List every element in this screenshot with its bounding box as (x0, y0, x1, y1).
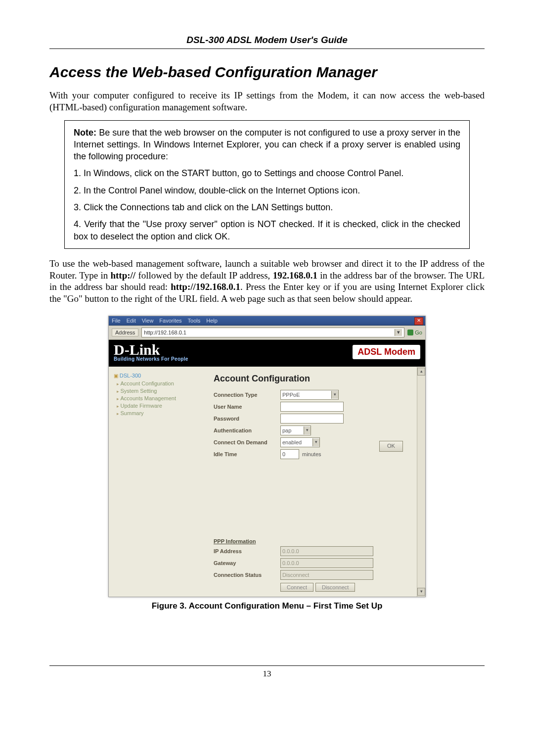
intro-paragraph: With your computer configured to receive… (49, 90, 485, 113)
figure-caption: Figure 3. Account Configuration Menu – F… (49, 601, 485, 611)
modem-badge: ADSL Modem (353, 345, 420, 359)
go-arrow-icon (407, 330, 413, 335)
note-box: Note: Be sure that the web browser on th… (64, 120, 470, 249)
address-label: Address (112, 329, 138, 336)
scrollbar[interactable]: ▴ ▾ (417, 367, 425, 597)
menu-help[interactable]: Help (206, 318, 218, 324)
label-conn-type: Connection Type (214, 392, 280, 398)
readonly-gw: 0.0.0.0 (280, 558, 373, 568)
menu-favorites[interactable]: Favorites (159, 318, 181, 324)
menu-edit[interactable]: Edit (127, 318, 136, 324)
address-input[interactable]: http://192.168.0.1 ▾ (141, 328, 404, 337)
menu-file[interactable]: File (112, 318, 121, 324)
ppp-heading: PPP Information (214, 538, 411, 544)
doc-header: DSL-300 ADSL Modem User's Guide (49, 35, 485, 46)
input-pass[interactable] (280, 414, 344, 424)
readonly-cs: Disconnect (280, 570, 373, 580)
dlink-tagline: Building Networks For People (114, 356, 188, 362)
top-rule (49, 48, 485, 49)
note-step-1: 1. In Windows, click on the START button… (74, 167, 460, 179)
dlink-header: D-Link Building Networks For People ADSL… (109, 340, 425, 367)
menu-tools[interactable]: Tools (188, 318, 201, 324)
nav-item-summary[interactable]: Summary (117, 410, 208, 416)
label-cod: Connect On Demand (214, 439, 280, 445)
disconnect-button[interactable]: Disconnect (315, 583, 355, 592)
account-heading: Account Configuration (214, 374, 411, 384)
nav-item-accounts[interactable]: Accounts Management (117, 395, 208, 401)
ok-button[interactable]: OK (379, 441, 403, 452)
input-idle[interactable]: 0 (280, 449, 299, 459)
page-number: 13 (49, 669, 485, 679)
window-close-icon[interactable]: ✕ (414, 317, 423, 325)
address-bar: Address http://192.168.0.1 ▾ Go (109, 326, 425, 340)
go-button[interactable]: Go (407, 330, 422, 335)
post-note-paragraph: To use the web-based management software… (49, 258, 485, 305)
section-title: Access the Web-based Configuration Manag… (49, 64, 485, 81)
label-cs: Connection Status (214, 572, 280, 578)
chevron-down-icon: ▾ (312, 438, 319, 446)
browser-menu-bar: File Edit View Favorites Tools Help ✕ (109, 316, 425, 326)
note-lead: Be sure that the web browser on the comp… (74, 128, 460, 162)
label-idle: Idle Time (214, 451, 280, 457)
nav-root[interactable]: DSL-300 (114, 373, 208, 378)
nav-sidebar: DSL-300 Account Configuration System Set… (109, 367, 211, 597)
scroll-up-icon[interactable]: ▴ (417, 368, 425, 376)
select-conn-type[interactable]: PPPoE▾ (280, 390, 339, 400)
note-label: Note: (74, 128, 96, 138)
note-step-2: 2. In the Control Panel window, double-c… (74, 185, 460, 196)
nav-item-firmware[interactable]: Update Firmware (117, 403, 208, 409)
dlink-logo: D-Link (114, 343, 188, 356)
note-step-4: 4. Verify that the "Use proxy server" op… (74, 218, 460, 242)
label-auth: Authentication (214, 427, 280, 433)
label-gw: Gateway (214, 560, 280, 566)
select-cod[interactable]: enabled▾ (280, 437, 320, 447)
label-ip: IP Address (214, 548, 280, 554)
chevron-down-icon: ▾ (304, 426, 311, 434)
label-user: User Name (214, 404, 280, 410)
nav-item-system[interactable]: System Setting (117, 388, 208, 394)
main-panel: Account Configuration Connection Type PP… (211, 367, 417, 597)
note-step-3: 3. Click the Connections tab and click o… (74, 201, 460, 213)
connect-button[interactable]: Connect (280, 583, 313, 592)
label-minutes: minutes (302, 451, 321, 457)
config-screenshot: File Edit View Favorites Tools Help ✕ Ad… (108, 316, 426, 597)
scroll-down-icon[interactable]: ▾ (417, 588, 425, 596)
select-auth[interactable]: pap▾ (280, 425, 311, 435)
input-user[interactable] (280, 402, 344, 412)
label-pass: Password (214, 416, 280, 422)
nav-item-account[interactable]: Account Configuration (117, 380, 208, 386)
readonly-ip: 0.0.0.0 (280, 546, 373, 556)
bottom-rule (49, 665, 485, 666)
chevron-down-icon: ▾ (331, 391, 338, 399)
menu-view[interactable]: View (142, 318, 154, 324)
address-dropdown-icon[interactable]: ▾ (395, 329, 402, 336)
